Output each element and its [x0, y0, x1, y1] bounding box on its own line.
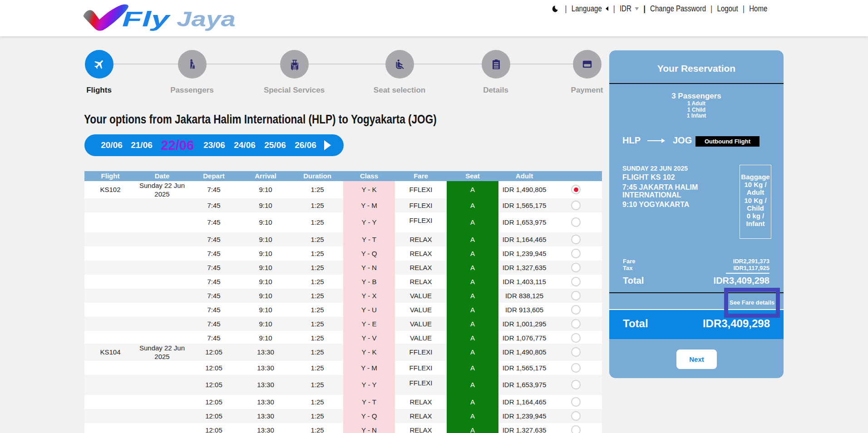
svg-text:Jaya: Jaya: [177, 7, 236, 31]
svg-text:Fly: Fly: [122, 7, 171, 31]
